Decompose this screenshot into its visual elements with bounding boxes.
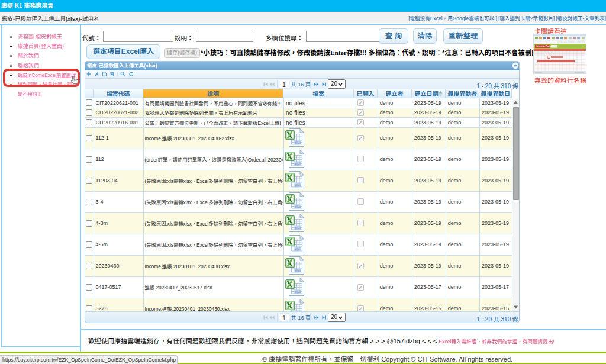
svg-text:Income-Date: Income-Date [536,45,552,48]
